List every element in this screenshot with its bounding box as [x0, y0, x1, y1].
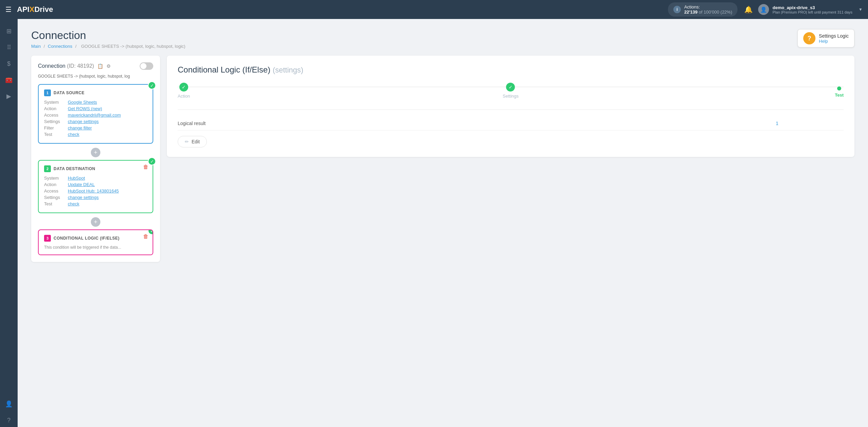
step-action: ✓ Action: [178, 83, 190, 99]
dest-row-settings: Settings change settings: [44, 195, 147, 200]
sidebar-item-media[interactable]: ▶: [2, 89, 16, 103]
dest-row-action: Action Update DEAL: [44, 182, 147, 187]
logo: API X Drive: [17, 5, 53, 14]
connection-title: Connection (ID: 48192): [38, 63, 94, 69]
user-info: demo_apix-drive_s3 Plan |Premium PRO| le…: [772, 5, 852, 14]
result-section: Logical result 1 ✏ Edit: [178, 109, 844, 147]
connection-subtitle: GOOGLE SHEETS -> (hubspot, logic, hubspo…: [38, 74, 153, 79]
dest-settings-value[interactable]: change settings: [68, 195, 99, 200]
card-logic-delete[interactable]: 🗑: [143, 233, 149, 240]
card-row-access: Access maverickandrii@gmail.com: [44, 113, 147, 118]
step-settings: ✓ Settings: [503, 83, 519, 99]
card-destination-header: 2 DATA DESTINATION: [44, 165, 147, 172]
actions-pct: (22%): [721, 9, 732, 15]
result-label: Logical result: [178, 121, 776, 126]
card-num-3: 3: [44, 235, 51, 242]
logo-drive: Drive: [34, 5, 53, 14]
page-title: Connection: [31, 29, 187, 42]
actions-count: 22'139: [684, 9, 697, 15]
right-panel: Conditional Logic (If/Else) (settings) ✓…: [167, 56, 854, 157]
panel-title: Conditional Logic (If/Else) (settings): [178, 65, 844, 75]
dest-action-value[interactable]: Update DEAL: [68, 182, 95, 187]
add-step-1-button[interactable]: +: [91, 148, 100, 157]
left-panel: Connection (ID: 48192) 📋 ⚙ GOOGLE SHEETS…: [31, 56, 160, 262]
datasource-system-value[interactable]: Google Sheets: [68, 100, 97, 105]
dest-access-value[interactable]: HubSpot Hub: 143801645: [68, 188, 119, 194]
actions-text: Actions: 22'139 of 100'000 (22%): [684, 4, 732, 15]
sidebar-item-connections[interactable]: ⠿: [2, 41, 16, 54]
card-row-action: Action Get ROWS (new): [44, 106, 147, 111]
edit-icon: ✏: [185, 139, 189, 144]
datasource-test-value[interactable]: check: [68, 132, 79, 137]
add-step-2-button[interactable]: +: [91, 217, 100, 227]
edit-button[interactable]: ✏ Edit: [178, 136, 207, 147]
breadcrumb-connections[interactable]: Connections: [48, 44, 72, 49]
card-logic: 3 CONDITIONAL LOGIC (IF/ELSE) ✓ 🗑 This c…: [38, 229, 153, 255]
datasource-access-value[interactable]: maverickandrii@gmail.com: [68, 113, 121, 118]
sidebar: ⊞ ⠿ $ 🧰 ▶ 👤 ?: [0, 19, 18, 427]
actions-of: of: [699, 9, 704, 15]
user-menu[interactable]: 👤 demo_apix-drive_s3 Plan |Premium PRO| …: [758, 4, 863, 15]
card-num-1: 1: [44, 89, 51, 96]
settings-icon[interactable]: ⚙: [106, 63, 111, 69]
card-row-system: System Google Sheets: [44, 100, 147, 105]
card-datasource-status: ✓: [148, 81, 156, 89]
step-test-icon: [837, 86, 841, 90]
breadcrumb-main[interactable]: Main: [31, 44, 41, 49]
actions-pill: i Actions: 22'139 of 100'000 (22%): [668, 2, 738, 17]
step-settings-icon: ✓: [506, 83, 515, 92]
help-button[interactable]: ? Settings Logic Help: [797, 29, 854, 47]
step-test-label: Test: [835, 93, 844, 98]
step-action-icon: ✓: [179, 83, 188, 92]
dest-row-system: System HubSpot: [44, 176, 147, 181]
bell-icon[interactable]: 🔔: [744, 5, 753, 14]
sidebar-item-billing[interactable]: $: [2, 57, 16, 70]
card-logic-label: CONDITIONAL LOGIC (IF/ELSE): [54, 236, 120, 241]
datasource-settings-value[interactable]: change settings: [68, 119, 99, 124]
card-datasource: 1 DATA SOURCE ✓ System Google Sheets Act…: [38, 84, 153, 144]
document-icon[interactable]: 📋: [97, 63, 103, 69]
panel-title-settings: (settings): [273, 66, 303, 74]
card-fade: [39, 248, 153, 255]
hamburger-icon[interactable]: ☰: [5, 5, 12, 14]
avatar: 👤: [758, 4, 769, 15]
help-settings-label: Settings Logic: [819, 33, 849, 39]
page-header: Connection Main / Connections / GOOGLE S…: [31, 29, 854, 49]
dest-test-value[interactable]: check: [68, 201, 79, 206]
chevron-down-icon: ▼: [859, 7, 863, 12]
dest-system-value[interactable]: HubSpot: [68, 176, 85, 181]
plan-text: Plan |Premium PRO| left until payment 31…: [772, 10, 852, 14]
card-destination-status: ✓: [148, 157, 156, 165]
connector-1: +: [38, 148, 153, 157]
connection-id: (ID: 48192): [67, 63, 94, 69]
actions-label: Actions:: [684, 4, 700, 9]
dest-row-access: Access HubSpot Hub: 143801645: [44, 188, 147, 194]
step-test: Test: [835, 84, 844, 98]
connection-toggle[interactable]: [140, 62, 153, 70]
result-value: 1: [776, 121, 844, 126]
sidebar-item-profile[interactable]: 👤: [2, 397, 16, 411]
sidebar-item-home[interactable]: ⊞: [2, 24, 16, 38]
card-datasource-header: 1 DATA SOURCE: [44, 89, 147, 96]
card-destination-delete[interactable]: 🗑: [143, 164, 149, 170]
card-row-filter: Filter change filter: [44, 125, 147, 130]
help-text: Settings Logic Help: [819, 33, 849, 44]
logo-api: API: [17, 5, 29, 14]
actions-info-icon[interactable]: i: [673, 6, 681, 13]
panel-title-main: Conditional Logic (If/Else): [178, 65, 270, 74]
username: demo_apix-drive_s3: [772, 5, 852, 10]
toggle-dot: [140, 63, 146, 69]
help-link[interactable]: Help: [819, 39, 849, 44]
datasource-filter-value[interactable]: change filter: [68, 125, 92, 130]
sidebar-item-tools[interactable]: 🧰: [2, 73, 16, 87]
card-row-settings: Settings change settings: [44, 119, 147, 124]
card-logic-status: ✓: [148, 229, 153, 235]
logo-x: X: [29, 5, 35, 14]
datasource-action-value[interactable]: Get ROWS (new): [68, 106, 102, 111]
sidebar-item-help[interactable]: ?: [2, 413, 16, 427]
breadcrumb: Main / Connections / GOOGLE SHEETS -> (h…: [31, 44, 187, 49]
content-area: Connection (ID: 48192) 📋 ⚙ GOOGLE SHEETS…: [31, 56, 854, 262]
main-content: Connection Main / Connections / GOOGLE S…: [18, 19, 868, 427]
dest-row-test: Test check: [44, 201, 147, 206]
connection-header: Connection (ID: 48192) 📋 ⚙: [38, 62, 153, 70]
